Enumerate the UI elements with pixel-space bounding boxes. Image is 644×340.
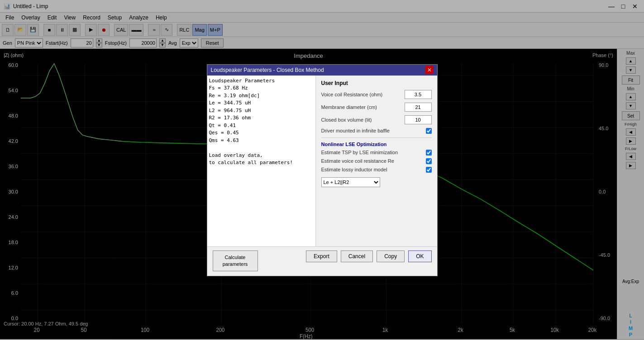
dialog-buttons-left: Calculateparameters: [209, 250, 258, 271]
calculate-button[interactable]: Calculateparameters: [213, 250, 258, 271]
dialog-title: Loudspeaker Parameters - Closed Box Meth…: [211, 67, 324, 73]
user-input-title: User Input: [321, 80, 432, 86]
membrane-label: Membrane diameter (cm): [321, 104, 377, 110]
section-divider: [321, 137, 432, 138]
estimate-tsp-row: Estimate TSP by LSE minimization: [321, 150, 432, 156]
export-button[interactable]: Export: [306, 250, 337, 262]
infinite-baffle-checkbox[interactable]: [426, 128, 432, 134]
closed-box-input[interactable]: [405, 115, 432, 124]
dialog-body: Loudspeaker Parameters Fs = 37.68 Hz Re …: [207, 76, 437, 246]
modal-overlay: Loudspeaker Parameters - Closed Box Meth…: [0, 0, 644, 340]
infinite-baffle-row: Driver mounted in infinite baffle: [321, 128, 432, 134]
infinite-baffle-label: Driver mounted in infinite baffle: [321, 128, 390, 133]
ok-button[interactable]: OK: [408, 250, 431, 262]
estimate-re-checkbox[interactable]: [426, 158, 432, 164]
dialog-buttons: Calculateparameters Export Cancel Copy O…: [207, 246, 437, 276]
model-row: Le + L2||R2 Le only Le + R2: [321, 175, 432, 187]
dialog-close-button[interactable]: ✕: [425, 66, 434, 74]
estimate-lossy-checkbox[interactable]: [426, 167, 432, 173]
voice-coil-input[interactable]: [405, 90, 432, 99]
loudspeaker-dialog: Loudspeaker Parameters - Closed Box Meth…: [207, 64, 438, 276]
membrane-input[interactable]: [405, 103, 432, 112]
estimate-lossy-label: Estimate lossy inductor model: [321, 167, 387, 172]
estimate-re-row: Estimate voice coil resistance Re: [321, 158, 432, 164]
closed-box-label: Closed box volume (lit): [321, 117, 372, 123]
membrane-row: Membrane diameter (cm): [321, 103, 432, 112]
params-text: Loudspeaker Parameters Fs = 37.68 Hz Re …: [209, 77, 314, 245]
user-input-panel: User Input Voice coil Resistance (ohm) M…: [316, 76, 437, 246]
copy-button[interactable]: Copy: [377, 250, 405, 262]
estimate-tsp-checkbox[interactable]: [426, 150, 432, 156]
nonlinear-title: Nonlinear LSE Optimization: [321, 142, 432, 147]
dialog-buttons-right: Export Cancel Copy OK: [306, 250, 431, 271]
params-panel: Loudspeaker Parameters Fs = 37.68 Hz Re …: [207, 76, 316, 246]
closed-box-row: Closed box volume (lit): [321, 115, 432, 124]
cancel-button[interactable]: Cancel: [341, 250, 373, 262]
dialog-titlebar: Loudspeaker Parameters - Closed Box Meth…: [207, 65, 437, 76]
voice-coil-row: Voice coil Resistance (ohm): [321, 90, 432, 99]
estimate-re-label: Estimate voice coil resistance Re: [321, 158, 394, 164]
voice-coil-label: Voice coil Resistance (ohm): [321, 92, 383, 97]
model-select[interactable]: Le + L2||R2 Le only Le + R2: [321, 177, 380, 187]
estimate-tsp-label: Estimate TSP by LSE minimization: [321, 150, 398, 155]
estimate-lossy-row: Estimate lossy inductor model: [321, 167, 432, 173]
